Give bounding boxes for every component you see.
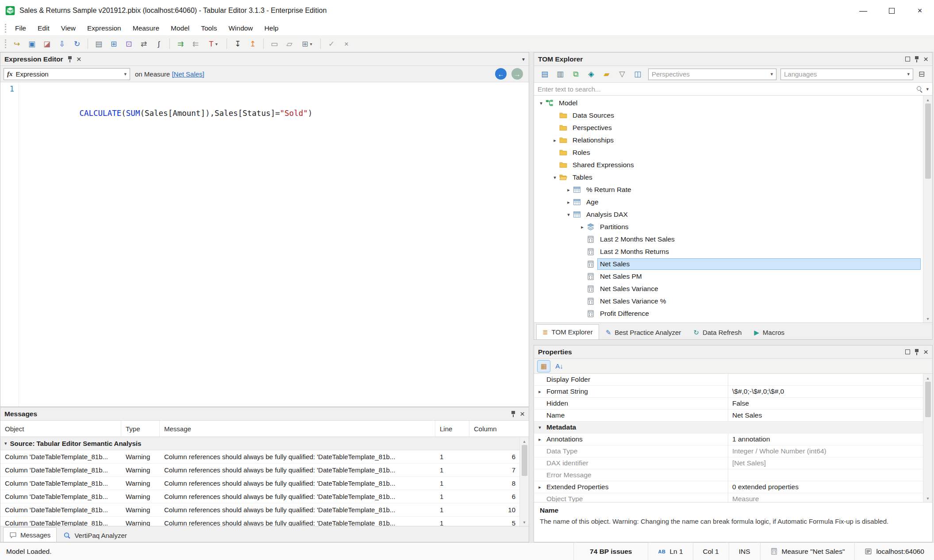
horizontal-splitter[interactable]: [534, 340, 933, 345]
scroll-up-icon[interactable]: ▴: [926, 96, 929, 104]
tree-item-last-2-months-net-sales[interactable]: Last 2 Months Net Sales: [534, 233, 932, 245]
property-value[interactable]: 0 extended properties: [728, 481, 932, 493]
tab-vertipaq-analyzer[interactable]: VertiPaq Analyzer: [58, 529, 132, 542]
property-value[interactable]: Net Sales: [728, 410, 932, 421]
menu-item-tools[interactable]: Tools: [195, 21, 223, 35]
expand-chevron-icon[interactable]: ▸: [538, 437, 541, 442]
refresh-icon[interactable]: ↻: [70, 37, 84, 50]
categorized-icon[interactable]: ▦: [538, 361, 550, 372]
tree-expander-icon[interactable]: ▾: [564, 212, 573, 218]
minimize-button[interactable]: —: [849, 0, 877, 21]
menu-item-help[interactable]: Help: [259, 21, 284, 35]
tree-item-shared-expressions[interactable]: Shared Expressions: [534, 159, 932, 171]
comment-icon[interactable]: ▱: [282, 37, 296, 50]
save-icon[interactable]: ⇩: [55, 37, 69, 50]
tab-data-refresh[interactable]: ↻ Data Refresh: [688, 326, 747, 339]
pin-icon[interactable]: [67, 56, 73, 62]
tree-expander-icon[interactable]: ▸: [564, 199, 573, 205]
property-value[interactable]: [Net Sales]: [728, 457, 932, 469]
menu-item-expression[interactable]: Expression: [81, 21, 127, 35]
property-value[interactable]: [728, 469, 932, 481]
menu-item-measure[interactable]: Measure: [127, 21, 165, 35]
export-properties-icon[interactable]: ↥: [246, 37, 260, 50]
object-browser-icon[interactable]: ⊟: [915, 68, 929, 81]
perspectives-combo[interactable]: Perspectives ▾: [648, 69, 776, 80]
pin-icon[interactable]: [914, 349, 919, 355]
property-value[interactable]: Integer / Whole Number (int64): [728, 445, 932, 457]
message-row[interactable]: Column 'DateTableTemplate_81b... Warning…: [0, 464, 529, 477]
indent-icon[interactable]: ⇉: [173, 37, 188, 50]
close-panel-icon[interactable]: ×: [520, 410, 525, 418]
chevron-down-icon[interactable]: ▾: [926, 86, 929, 92]
columns-view-icon[interactable]: ◫: [630, 68, 645, 81]
property-row[interactable]: Object Type Measure: [534, 493, 932, 502]
scrollbar-thumb[interactable]: [522, 445, 527, 476]
tree-item-analysis-dax[interactable]: ▾ Analysis DAX: [534, 208, 932, 221]
message-row[interactable]: Column 'DateTableTemplate_81b... Warning…: [0, 503, 529, 517]
panel-menu-icon[interactable]: ▾: [522, 56, 525, 62]
tree-expander-icon[interactable]: ▾: [550, 175, 559, 180]
format-dax-icon[interactable]: ʃ: [152, 37, 166, 50]
message-row[interactable]: Column 'DateTableTemplate_81b... Warning…: [0, 490, 529, 503]
tab-best-practice-analyzer[interactable]: ✎ Best Practice Analyzer: [600, 326, 687, 339]
tree-item-net-sales[interactable]: Net Sales: [534, 258, 932, 270]
tree-expander-icon[interactable]: ▸: [564, 187, 573, 193]
pin-icon[interactable]: [511, 410, 516, 417]
close-panel-icon[interactable]: ×: [923, 55, 928, 63]
pivot-grid-icon[interactable]: ⊡: [122, 37, 136, 50]
property-row[interactable]: Display Folder: [534, 374, 932, 386]
cancel-icon[interactable]: ×: [339, 37, 354, 50]
scroll-down-icon[interactable]: ▾: [926, 494, 929, 502]
message-row[interactable]: Column 'DateTableTemplate_81b... Warning…: [0, 477, 529, 490]
expand-chevron-icon[interactable]: ▸: [538, 484, 541, 490]
maximize-panel-icon[interactable]: [905, 57, 910, 61]
tab-macros[interactable]: ▶ Macros: [748, 326, 790, 339]
languages-combo[interactable]: Languages ▾: [780, 69, 913, 80]
tree-item-net-sales-pm[interactable]: Net Sales PM: [534, 270, 932, 283]
close-panel-icon[interactable]: ×: [77, 55, 81, 63]
tree-item-net-sales-variance[interactable]: Net Sales Variance: [534, 283, 932, 295]
property-value[interactable]: [728, 374, 932, 385]
property-row[interactable]: Error Message: [534, 469, 932, 481]
compare-icon[interactable]: ⇄: [137, 37, 151, 50]
tree-item-data-sources[interactable]: Data Sources: [534, 109, 932, 122]
property-row[interactable]: Data Type Integer / Whole Number (int64): [534, 445, 932, 457]
column-header-type[interactable]: Type: [121, 421, 160, 437]
tree-item-last-2-months-returns[interactable]: Last 2 Months Returns: [534, 245, 932, 258]
scrollbar-thumb[interactable]: [925, 104, 931, 179]
tree-item-roles[interactable]: Roles: [534, 146, 932, 159]
apply-icon[interactable]: ✓: [324, 37, 338, 50]
menu-item-view[interactable]: View: [55, 21, 81, 35]
expand-chevron-icon[interactable]: ▸: [538, 389, 541, 395]
tree-expander-icon[interactable]: ▾: [537, 100, 546, 106]
scroll-down-icon[interactable]: ▾: [523, 518, 525, 526]
tree-item-age[interactable]: ▸ Age: [534, 196, 932, 208]
tree-item-relationships[interactable]: ▸ Relationships: [534, 134, 932, 146]
menu-item-edit[interactable]: Edit: [32, 21, 55, 35]
property-value[interactable]: False: [728, 398, 932, 409]
property-row[interactable]: ▸ Annotations 1 annotation: [534, 433, 932, 445]
scroll-up-icon[interactable]: ▴: [523, 437, 525, 445]
tab-tom-explorer[interactable]: ≣ TOM Explorer: [536, 324, 599, 339]
tab-messages[interactable]: Messages: [3, 527, 57, 542]
scroll-down-icon[interactable]: ▾: [926, 315, 929, 322]
tree-item-net-sales-variance-pct[interactable]: Net Sales Variance %: [534, 295, 932, 307]
dax-code-editor[interactable]: 1 CALCULATE(SUM(Sales[Amount]),Sales[Sta…: [0, 82, 529, 407]
tree-expander-icon[interactable]: ▸: [550, 138, 559, 143]
scrollbar-thumb[interactable]: [925, 382, 931, 417]
bp-issues-badge[interactable]: 74 BP issues: [573, 543, 648, 560]
diagram-view-icon[interactable]: ◈: [584, 68, 598, 81]
maximize-panel-icon[interactable]: [905, 349, 910, 354]
search-input[interactable]: [538, 85, 913, 93]
tree-item-model[interactable]: ▾ Model: [534, 97, 932, 109]
navigate-forward-button[interactable]: →: [511, 68, 523, 80]
measure-net-sales-link[interactable]: [Net Sales]: [172, 70, 204, 78]
property-value[interactable]: Measure: [728, 493, 932, 502]
navigate-back-button[interactable]: ←: [495, 68, 507, 80]
property-row[interactable]: ▾ Metadata: [534, 422, 932, 433]
close-panel-icon[interactable]: ×: [923, 348, 928, 356]
sort-az-icon[interactable]: A↓: [553, 361, 565, 372]
property-row[interactable]: DAX identifier [Net Sales]: [534, 457, 932, 469]
deploy-model-icon[interactable]: ▣: [25, 37, 39, 50]
message-row[interactable]: Column 'DateTableTemplate_81b... Warning…: [0, 517, 529, 526]
